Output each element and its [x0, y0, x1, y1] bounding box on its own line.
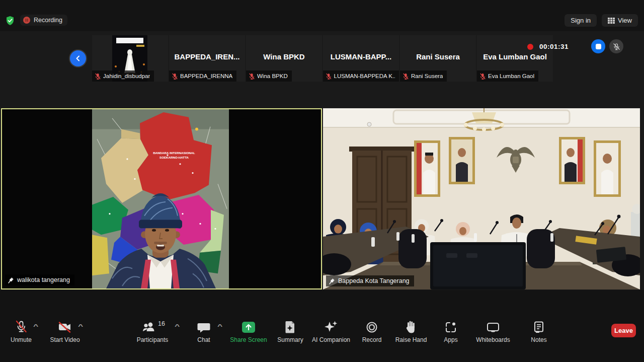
participant-display-name: BAPPEDA_IREN... — [169, 52, 245, 61]
participants-count: 16 — [158, 320, 165, 327]
sign-in-button[interactable]: Sign in — [565, 14, 597, 27]
video-tile-walikota[interactable]: BANDARA INTERNASIONAL SOEKARNO-HATTA — [1, 108, 322, 289]
participants-button[interactable]: 16 Participants — [125, 320, 180, 343]
tile-name-tag: Bappeda Kota Tangerang — [326, 275, 414, 286]
top-bar: Recording Sign in View — [0, 0, 644, 31]
bappeda-video — [323, 108, 640, 289]
sign-in-label: Sign in — [571, 17, 591, 24]
muted-mic-icon — [95, 73, 101, 80]
participant-display-name: Eva Lumban Gaol — [477, 52, 553, 61]
grid-view-icon — [608, 18, 615, 24]
zoom-meeting-window: Recording Sign in View — [0, 0, 644, 362]
map-label-line2: SOEKARNO-HATTA — [159, 156, 189, 159]
meeting-toolbar: Unmute ^ Start Video ^ — [0, 290, 644, 362]
participant-name: Wina BPKD — [257, 73, 288, 79]
start-video-label: Start Video — [37, 336, 93, 343]
recording-pause-icon — [23, 17, 30, 24]
participant-name: BAPPEDA_IRENNA — [180, 73, 232, 79]
recording-time: 00:01:31 — [539, 43, 569, 50]
participant-thumbnail[interactable]: BAPPEDA_IREN... BAPPEDA_IRENNA — [169, 35, 245, 82]
camera-disabled-indicator[interactable] — [609, 39, 623, 53]
muted-mic-icon — [326, 73, 332, 80]
camera-off-icon — [37, 320, 93, 333]
tile-name: walikota tangerang — [17, 276, 70, 283]
main-video-area: BANDARA INTERNASIONAL SOEKARNO-HATTA — [0, 108, 644, 289]
participant-display-name: Rani Susera — [400, 52, 476, 61]
start-video-button[interactable]: Start Video — [37, 320, 93, 343]
participant-name: Jahidin_disbudpar — [103, 73, 150, 79]
view-button[interactable]: View — [602, 14, 638, 27]
muted-mic-icon — [480, 73, 486, 80]
participant-filmstrip: Jahidin_disbudpar BAPPEDA_IREN... BAPPED… — [92, 35, 553, 82]
mic-disabled-icon — [613, 43, 620, 50]
recording-dot-icon — [527, 44, 533, 50]
participant-thumbnail[interactable]: Eva Lumban Gaol Eva Lumban Gaol — [477, 35, 553, 82]
participant-thumbnail[interactable]: Wina BPKD Wina BPKD — [246, 35, 322, 82]
participant-thumbnail[interactable]: LUSMAN-BAPP... LUSMAN-BAPPEDA K... — [323, 35, 399, 82]
recording-label: Recording — [34, 17, 62, 24]
security-shield-icon[interactable] — [5, 16, 15, 26]
video-options-chevron[interactable]: ^ — [78, 323, 83, 329]
tile-name-tag: walikota tangerang — [5, 274, 74, 285]
video-tile-bappeda[interactable]: Bappeda Kota Tangerang — [323, 108, 640, 289]
view-label: View — [618, 17, 632, 24]
participant-name: Eva Lumban Gaol — [488, 73, 534, 79]
participant-display-name: LUSMAN-BAPP... — [323, 52, 399, 61]
recording-timer: 00:01:31 — [527, 43, 569, 50]
stop-icon — [596, 44, 601, 49]
recording-indicator[interactable]: Recording — [20, 15, 67, 26]
muted-mic-icon — [403, 73, 409, 80]
participant-thumbnail[interactable]: Jahidin_disbudpar — [92, 35, 168, 82]
tile-name: Bappeda Kota Tangerang — [338, 277, 410, 284]
notes-icon — [511, 320, 567, 333]
pin-icon — [329, 278, 335, 284]
walikota-video: BANDARA INTERNASIONAL SOEKARNO-HATTA — [92, 109, 229, 288]
muted-mic-icon — [249, 73, 255, 80]
participants-icon: 16 — [125, 320, 180, 333]
leave-button[interactable]: Leave — [611, 324, 636, 337]
participant-display-name: Wina BPKD — [246, 52, 322, 61]
notes-button[interactable]: Notes — [511, 320, 567, 343]
notes-label: Notes — [511, 336, 567, 343]
chevron-left-icon — [75, 55, 81, 61]
participants-label: Participants — [125, 336, 180, 343]
participant-name: LUSMAN-BAPPEDA K... — [334, 73, 395, 79]
participant-name: Rani Susera — [411, 73, 443, 79]
filmstrip-prev-button[interactable] — [70, 50, 86, 66]
participant-thumbnail[interactable]: Rani Susera Rani Susera — [400, 35, 476, 82]
pin-icon — [8, 277, 14, 283]
muted-mic-icon — [172, 73, 178, 80]
stop-recording-button[interactable] — [591, 39, 605, 53]
map-label-line1: BANDARA INTERNASIONAL — [153, 151, 195, 155]
